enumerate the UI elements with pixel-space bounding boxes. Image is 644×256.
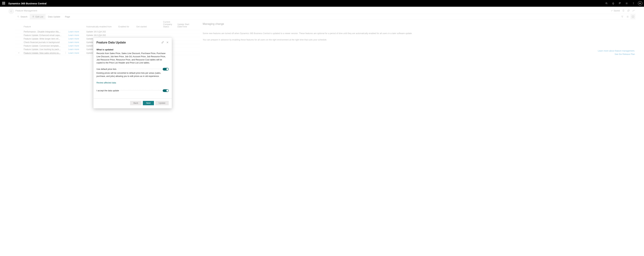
back-button[interactable]: Back <box>130 101 142 105</box>
release-plan-link[interactable]: See the Release Plan <box>203 53 635 55</box>
svg-point-0 <box>606 2 607 4</box>
company-status-cell <box>162 30 176 33</box>
update-time-cell <box>176 44 200 48</box>
user-avatar[interactable]: IK <box>638 1 642 5</box>
bookmark-icon[interactable] <box>622 9 625 12</box>
update-time-cell <box>176 51 200 55</box>
company-status-cell <box>162 33 176 37</box>
svg-line-1 <box>607 4 607 4</box>
popout-icon[interactable] <box>627 9 630 12</box>
col-getstarted[interactable]: Get started <box>135 19 162 30</box>
toggle-label: I accept the data update <box>96 89 119 92</box>
table-row[interactable]: Feature Update: Enhanced email capa...Le… <box>15 33 200 37</box>
learn-more-link[interactable]: Learn more <box>68 30 85 33</box>
update-time-cell <box>176 30 200 33</box>
flag-icon[interactable] <box>617 0 623 6</box>
search-icon[interactable] <box>604 0 610 6</box>
svg-point-2 <box>626 3 627 4</box>
section-text: Records from Sales Price, Sales Line Dis… <box>96 52 169 64</box>
enabled-for-cell[interactable] <box>118 30 135 33</box>
feature-data-update-dialog: Feature Data Update What is updated Reco… <box>93 38 172 108</box>
learn-more-link[interactable]: Learn more about feature management. <box>203 50 635 52</box>
help-icon[interactable] <box>630 0 636 6</box>
toggle-label: Use default price lists <box>96 68 116 70</box>
collapse-icon[interactable] <box>632 9 635 12</box>
auto-enabled-from: Update 19.0 (Q4 202 <box>85 33 117 37</box>
update-button[interactable]: Update <box>155 101 169 105</box>
row-menu-icon[interactable] <box>64 33 67 37</box>
expand-icon[interactable] <box>161 41 164 44</box>
col-learnmore <box>68 19 85 30</box>
col-updatetime[interactable]: Update Start Date/Time <box>176 19 200 30</box>
learn-more-link[interactable]: Learn more <box>68 33 85 37</box>
get-started-cell <box>135 33 162 37</box>
col-companystatus[interactable]: Current Company Status <box>162 19 176 30</box>
update-time-cell <box>176 48 200 51</box>
svg-line-6 <box>19 17 19 17</box>
edit-list-action[interactable]: Edit List <box>30 14 46 19</box>
review-affected-data-link[interactable]: Review affected data <box>96 82 116 84</box>
use-default-price-lists-toggle[interactable] <box>163 68 169 70</box>
svg-rect-4 <box>628 10 629 11</box>
update-time-cell <box>176 37 200 41</box>
action-toolbar: Search Edit List Data Update Page <box>15 14 636 19</box>
update-time-cell <box>176 33 200 37</box>
svg-point-10 <box>65 52 66 52</box>
learn-more-link[interactable]: Learn more <box>68 48 85 51</box>
svg-point-11 <box>65 52 66 53</box>
top-navbar: Dynamics 365 Business Central IK <box>0 0 644 7</box>
row-menu-icon[interactable] <box>64 41 67 44</box>
accept-data-update-toggle[interactable] <box>163 89 169 92</box>
page-header: Feature Management Saved <box>0 7 644 14</box>
app-launcher-icon[interactable] <box>2 2 6 5</box>
update-time-cell <box>176 41 200 44</box>
learn-more-link[interactable]: Learn more <box>68 51 85 55</box>
factbox-panel: Managing change Some new features are tu… <box>200 19 636 56</box>
feature-name[interactable]: Feature Update: Conversion template... <box>23 44 64 48</box>
svg-point-5 <box>18 16 19 17</box>
factbox-paragraph: You can prepare in advance by enabling t… <box>203 38 635 41</box>
col-auto[interactable]: Automatically enabled from <box>85 19 117 30</box>
factbox-paragraph: Some new features are turned off when Dy… <box>203 32 635 35</box>
learn-more-link[interactable]: Learn more <box>68 44 85 48</box>
feature-name[interactable]: Feature Update: Enhanced email capa... <box>23 33 64 37</box>
factbox-icon[interactable] <box>630 14 635 19</box>
feature-name[interactable]: Performance - Disable Integration Ma... <box>23 30 64 33</box>
table-row[interactable]: Performance - Disable Integration Ma...L… <box>15 30 200 33</box>
col-feature[interactable]: Feature <box>23 19 64 30</box>
notifications-icon[interactable] <box>610 0 616 6</box>
row-menu-icon[interactable] <box>64 30 67 33</box>
feature-name[interactable]: Feature Update: New sales pricing ex... <box>23 51 64 55</box>
row-menu-icon[interactable] <box>64 51 67 55</box>
row-menu-icon[interactable] <box>64 48 67 51</box>
svg-point-12 <box>65 53 66 54</box>
feature-name[interactable]: Feature Update: Use tracking by pack... <box>23 48 64 51</box>
toggle-description: Existing prices will be converted to def… <box>96 71 169 78</box>
data-update-action[interactable]: Data Update <box>46 14 62 19</box>
row-menu-icon[interactable] <box>64 37 67 41</box>
filter-icon[interactable] <box>620 14 624 19</box>
app-title: Dynamics 365 Business Central <box>8 2 46 5</box>
page-action[interactable]: Page <box>62 14 72 19</box>
learn-more-link[interactable]: Learn more <box>68 41 85 44</box>
saved-indicator: Saved <box>611 9 620 12</box>
learn-more-link[interactable]: Learn more <box>68 37 85 41</box>
feature-name[interactable]: Feature Update: Write longer item ref... <box>23 37 64 41</box>
col-enabledfor[interactable]: Enabled for <box>118 19 135 30</box>
next-button[interactable]: Next <box>143 101 154 105</box>
dialog-title: Feature Data Update <box>96 41 161 44</box>
search-action[interactable]: Search <box>15 14 30 19</box>
enabled-for-cell[interactable] <box>118 33 135 37</box>
auto-enabled-from: Update 19.0 (Q4 202 <box>85 30 117 33</box>
back-button[interactable] <box>8 8 14 14</box>
svg-point-3 <box>633 4 634 4</box>
section-heading: What is updated <box>96 48 169 51</box>
close-icon[interactable] <box>166 41 169 44</box>
page-title: Feature Management <box>16 9 37 12</box>
row-menu-icon[interactable] <box>64 44 67 48</box>
feature-name[interactable]: Check financial journals in background <box>23 41 64 44</box>
factbox-title: Managing change <box>203 22 635 25</box>
get-started-cell <box>135 30 162 33</box>
list-view-icon[interactable] <box>625 14 630 19</box>
settings-icon[interactable] <box>624 0 630 6</box>
